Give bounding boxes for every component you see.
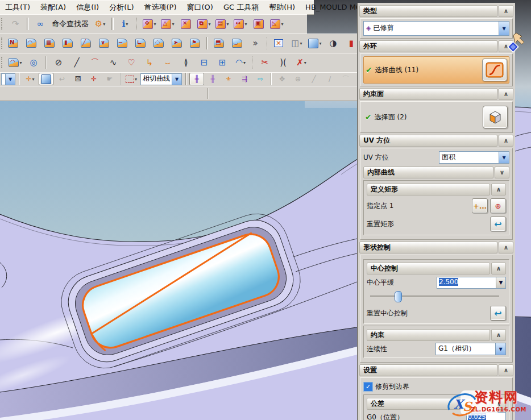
menu-gc-toolbox[interactable]: GC 工具箱 xyxy=(218,1,264,14)
dropdown-arrow-icon[interactable]: ▾ xyxy=(208,22,210,27)
dropdown-arrow-icon[interactable]: ▼ xyxy=(499,152,509,163)
point-dialog-button[interactable]: +… xyxy=(472,198,488,213)
snap-midpoint-icon[interactable]: ✥ xyxy=(275,73,289,85)
spline-icon[interactable]: ∿ xyxy=(105,55,122,70)
section-constraint[interactable]: 约束 ∧ xyxy=(367,329,506,341)
snap-center-icon[interactable]: ⊕ xyxy=(291,73,305,85)
pull-face-icon[interactable]: △▾ xyxy=(159,16,176,32)
snap-point-icon[interactable]: ✛▾ xyxy=(23,73,38,85)
basic-curve-icon[interactable]: ⊘ xyxy=(50,55,67,70)
dropdown-arrow-icon[interactable]: ▾ xyxy=(304,60,306,65)
menu-assemblies[interactable]: 装配(A) xyxy=(35,1,71,14)
type-filter-combo[interactable]: ▼ xyxy=(1,73,15,85)
reset-rect-button[interactable]: ↩ xyxy=(490,217,506,231)
intersection-curve-icon[interactable]: ⊞ xyxy=(214,55,231,70)
pan-hand-icon[interactable]: ☛ xyxy=(102,73,117,85)
spinner-down-icon[interactable]: ▼ xyxy=(496,277,505,288)
collapse-arrow-icon[interactable]: ∧ xyxy=(499,364,513,376)
proceed-arrow-icon[interactable]: ⇨ xyxy=(253,73,268,85)
collapse-arrow-icon[interactable]: ∧ xyxy=(491,263,506,275)
redo-icon[interactable]: ↷ xyxy=(7,16,24,32)
studio-surface-icon[interactable]: ◠▾ xyxy=(7,55,24,70)
delete-face-icon[interactable]: ✕ xyxy=(177,16,194,32)
dropdown-arrow-icon[interactable]: ▾ xyxy=(300,41,302,46)
section-uv[interactable]: UV 方位 ∧ xyxy=(359,135,513,147)
shaded-view-icon[interactable]: ▾ xyxy=(306,35,323,51)
dropdown-arrow-icon[interactable]: ▼ xyxy=(172,74,181,85)
work-view-icon[interactable] xyxy=(39,73,53,85)
dropdown-arrow-icon[interactable]: ▾ xyxy=(172,22,174,27)
law-extension-icon[interactable]: ⚑ xyxy=(186,35,204,51)
select-face-button[interactable] xyxy=(483,106,508,128)
toolbar-grip[interactable] xyxy=(1,18,5,30)
section-constraint-face[interactable]: 约束面 ∧ xyxy=(359,88,513,100)
divide-curve-icon[interactable]: )( xyxy=(275,55,292,70)
cycle-objects-icon[interactable]: ⚄ xyxy=(70,73,85,85)
thicken-icon[interactable]: ⬒ xyxy=(210,35,227,51)
follow-fillet-icon[interactable]: ╫ xyxy=(205,73,220,85)
through-curve-mesh-icon[interactable]: N xyxy=(5,35,22,51)
section-define-rect[interactable]: 定义矩形 ∧ xyxy=(367,184,506,196)
offset-surface-icon[interactable]: ◌ xyxy=(150,35,167,51)
expand-arrow-icon[interactable]: ∨ xyxy=(495,167,509,178)
bridge-curve-icon[interactable]: ⌣ xyxy=(159,55,176,70)
dropdown-arrow-icon[interactable]: ▾ xyxy=(243,60,246,65)
menu-window[interactable]: 窗口(O) xyxy=(182,1,218,14)
snap-endpoint-icon[interactable]: ∕ xyxy=(322,73,337,85)
combined-projection-icon[interactable]: ≬ xyxy=(177,55,194,70)
line-icon[interactable]: ╱ xyxy=(68,55,85,70)
layout-icon[interactable]: ◫▾ xyxy=(288,35,305,51)
object-display-icon[interactable]: ◑ xyxy=(325,35,342,51)
dropdown-arrow-icon[interactable]: ▾ xyxy=(154,22,156,27)
wrap-curve-icon[interactable]: ◠▾ xyxy=(232,55,249,70)
collapse-arrow-icon[interactable]: ∧ xyxy=(491,329,506,341)
marquee-select-icon[interactable]: ▾ xyxy=(124,73,139,85)
overflow-chevron-icon[interactable]: » xyxy=(247,35,264,51)
menu-tools[interactable]: 工具(T) xyxy=(0,1,35,14)
lock-icon[interactable]: ⚜ xyxy=(221,73,236,85)
tube-icon[interactable]: ◎ xyxy=(25,55,42,70)
stop-at-intersection-icon[interactable]: ╫ xyxy=(189,73,204,85)
menu-preferences[interactable]: 首选项(P) xyxy=(139,1,182,14)
select-face-row[interactable]: ✔ 选择面 (2) xyxy=(363,104,509,130)
uv-dropdown[interactable]: 面积 ▼ xyxy=(439,151,509,164)
project-curve-icon[interactable]: ↳ xyxy=(141,55,158,70)
slider-handle[interactable] xyxy=(395,291,402,302)
center-flat-field[interactable]: 2.500 ▼ xyxy=(437,277,506,289)
dropdown-arrow-icon[interactable]: ▾ xyxy=(126,22,128,27)
patch-body-icon[interactable]: ➤ xyxy=(168,35,185,51)
select-curve-button[interactable] xyxy=(482,59,507,81)
continuity-dropdown[interactable]: G1（相切） ▼ xyxy=(435,343,506,355)
section-curve-icon[interactable]: ⊟ xyxy=(196,55,213,70)
section-inner-curves[interactable]: 内部曲线 ∨ xyxy=(363,167,509,178)
collapse-arrow-icon[interactable]: ∧ xyxy=(499,242,513,253)
point-focus-icon[interactable]: ✛ xyxy=(86,73,101,85)
dropdown-arrow-icon[interactable]: ▼ xyxy=(495,343,505,355)
trim-body-icon[interactable]: ▦ xyxy=(41,35,58,51)
dropdown-arrow-icon[interactable]: ▾ xyxy=(244,22,247,27)
menu-analysis[interactable]: 分析(L) xyxy=(104,1,139,14)
toolbar-grip[interactable] xyxy=(1,57,5,68)
section-shape-control[interactable]: 形状控制 ∧ xyxy=(359,242,513,253)
dropdown-arrow-icon[interactable]: ▾ xyxy=(19,60,22,65)
command-finder-label[interactable]: 命令查找器 xyxy=(49,19,91,29)
arc-icon[interactable]: ⌒ xyxy=(86,55,103,70)
copy-face-icon[interactable]: ⧉▾ xyxy=(196,16,213,32)
collapse-arrow-icon[interactable]: ∧ xyxy=(499,135,513,147)
shell-body-icon[interactable]: ◺▾ xyxy=(268,16,285,32)
dropdown-arrow-icon[interactable]: ▾ xyxy=(281,22,283,27)
untrim-icon[interactable]: ∨ xyxy=(96,35,113,51)
bounded-plane-icon[interactable]: ◠ xyxy=(23,35,40,51)
customize-icon[interactable]: ⚙▾ xyxy=(92,16,109,32)
sew-icon[interactable]: ∟ xyxy=(132,35,149,51)
dropdown-arrow-icon[interactable]: ▾ xyxy=(135,77,137,82)
menu-information[interactable]: 信息(I) xyxy=(71,1,104,14)
trim-curve-icon[interactable]: ✂ xyxy=(256,55,273,70)
back-arrow-icon[interactable]: ↩ xyxy=(55,73,69,85)
curve-length-icon[interactable]: ✗▾ xyxy=(293,55,310,70)
split-body-icon[interactable]: ▮ xyxy=(59,35,76,51)
dropdown-arrow-icon[interactable]: ▼ xyxy=(5,74,15,85)
center-flat-slider[interactable] xyxy=(369,291,504,301)
menu-help[interactable]: 帮助(H) xyxy=(264,1,300,14)
info-icon[interactable]: ℹ▾ xyxy=(117,16,134,32)
